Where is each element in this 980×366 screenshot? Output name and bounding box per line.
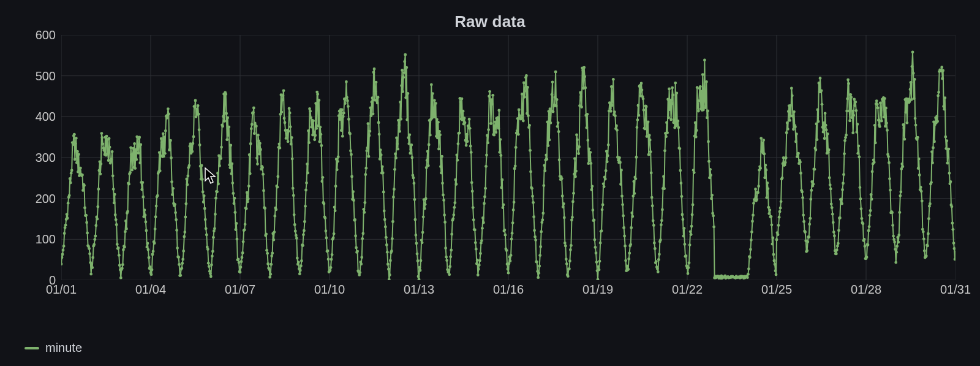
series-point [241,256,244,259]
series-point [865,256,869,259]
series-point [689,230,692,233]
series-point [757,185,760,188]
series-point [253,132,256,135]
series-point [937,94,940,97]
series-point [576,139,579,142]
series-point [504,234,507,237]
series-point [205,227,208,230]
series-point [516,117,519,120]
series-point [802,213,805,216]
series-point [113,202,116,205]
series-point [647,120,650,123]
series-point [101,136,104,139]
series-point [785,131,788,134]
series-point [324,216,327,219]
series-point [76,150,79,153]
series-point [762,139,765,142]
series-point [483,196,486,199]
series-point [641,88,644,91]
series-point [944,135,947,139]
series-point [710,197,713,200]
series-point [421,231,424,234]
series-point [464,121,467,124]
series-point [175,229,178,232]
series-point [175,218,178,221]
series-point [663,187,666,190]
series-point [383,210,386,213]
chart-plot[interactable] [61,35,956,280]
series-point [301,244,304,247]
series-point [327,257,330,261]
series-point [660,223,663,226]
series-point [843,152,846,155]
series-point [385,243,388,246]
series-point [507,272,510,275]
series-point [382,191,385,194]
series-point [579,95,582,98]
series-point [402,76,405,79]
series-point [66,213,69,216]
series-point [230,162,233,166]
series-point [441,181,444,185]
series-point [876,107,880,110]
series-point [439,165,442,168]
series-point [181,262,184,265]
series-point [627,257,630,261]
series-point [272,238,275,242]
series-point [435,118,439,121]
legend[interactable]: minute [24,341,82,355]
series-point [654,247,657,250]
series-point [147,248,150,251]
series-point [520,116,523,120]
series-point [320,144,323,147]
series-point [436,137,439,140]
series-point [878,125,881,128]
series-point [85,214,88,217]
series-point [681,213,684,216]
series-point [413,182,416,185]
series-point [484,165,488,168]
series-point [218,164,221,167]
series-point [209,272,212,275]
series-point [570,218,573,221]
series-point [97,188,100,191]
series-point [342,112,345,115]
chart-area[interactable]: 0100200300400500600 01/0101/0401/0701/10… [24,35,968,305]
series-point [454,183,458,186]
series-point [233,197,236,200]
series-point [574,175,577,178]
series-point [63,232,66,235]
series-point [796,155,799,158]
series-point [854,109,858,112]
series-point [410,143,413,147]
series-point [200,164,203,167]
series-point [198,143,202,147]
series-point [398,130,401,133]
series-point [948,172,951,175]
series-point [113,193,116,196]
series-point [168,148,172,151]
series-point [154,227,157,231]
series-point [931,161,934,164]
series-point [96,218,99,221]
series-point [564,242,567,245]
series-point [213,227,216,230]
series-point [499,154,502,157]
series-point [546,158,549,161]
series-point [210,264,213,267]
series-point [369,130,372,133]
series-point [622,215,625,218]
series-point [143,208,146,212]
series-point [799,172,802,175]
series-point [296,257,299,260]
series-point [897,241,900,244]
series-point [404,53,407,56]
series-point [922,231,925,234]
series-point [347,105,350,108]
series-point [376,102,379,105]
series-point [156,194,159,197]
series-point [577,152,580,155]
series-point [69,177,72,180]
series-point [415,234,418,237]
series-point [842,182,845,185]
